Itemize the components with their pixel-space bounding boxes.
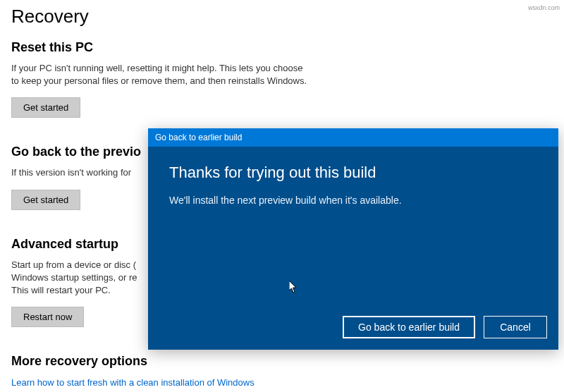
rollback-dialog: Go back to earlier build Thanks for tryi…: [148, 128, 558, 350]
dialog-footer: Go back to earlier build Cancel: [148, 307, 558, 350]
cancel-button[interactable]: Cancel: [484, 316, 547, 338]
watermark-text: wsxdn.com: [528, 4, 560, 11]
dialog-body: Thanks for trying out this build We'll i…: [148, 147, 558, 307]
dialog-heading: Thanks for trying out this build: [169, 164, 537, 182]
dialog-message: We'll install the next preview build whe…: [169, 195, 537, 206]
reset-heading: Reset this PC: [11, 40, 553, 55]
dialog-titlebar: Go back to earlier build: [148, 128, 558, 147]
clean-install-link[interactable]: Learn how to start fresh with a clean in…: [11, 377, 255, 388]
reset-get-started-button[interactable]: Get started: [11, 97, 80, 118]
go-back-get-started-button[interactable]: Get started: [11, 190, 80, 210]
restart-now-button[interactable]: Restart now: [11, 307, 84, 327]
section-reset: Reset this PC If your PC isn't running w…: [11, 40, 553, 118]
section-more-recovery: More recovery options Learn how to start…: [11, 354, 553, 388]
dialog-title: Go back to earlier build: [155, 133, 242, 142]
reset-description: If your PC isn't running well, resetting…: [11, 62, 307, 87]
go-back-build-button[interactable]: Go back to earlier build: [343, 316, 475, 338]
page-title: Recovery: [11, 6, 553, 27]
more-recovery-heading: More recovery options: [11, 354, 553, 369]
